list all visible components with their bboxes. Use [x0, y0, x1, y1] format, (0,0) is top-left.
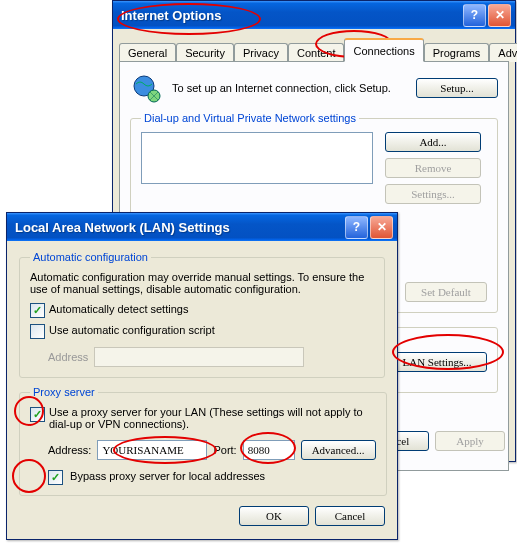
auto-detect-checkbox[interactable]: [30, 303, 45, 318]
close-icon[interactable]: ✕: [488, 4, 511, 27]
advanced-button[interactable]: Advanced...: [301, 440, 376, 460]
proxy-port-label: Port:: [213, 444, 236, 456]
tab-advanced[interactable]: Advanced: [489, 43, 517, 62]
tab-content[interactable]: Content: [288, 43, 345, 62]
bypass-label: Bypass proxy server for local addresses: [70, 470, 265, 482]
proxy-group: Proxy server Use a proxy server for your…: [19, 386, 387, 496]
tab-security[interactable]: Security: [176, 43, 234, 62]
script-address-label: Address: [48, 351, 88, 363]
use-proxy-checkbox[interactable]: [30, 407, 45, 422]
add-button[interactable]: Add...: [385, 132, 481, 152]
cancel-button[interactable]: Cancel: [315, 506, 385, 526]
auto-config-text: Automatic configuration may override man…: [30, 271, 374, 295]
connections-listbox[interactable]: [141, 132, 373, 184]
apply-button: Apply: [435, 431, 505, 451]
use-proxy-label: Use a proxy server for your LAN (These s…: [49, 406, 376, 430]
window-title: Local Area Network (LAN) Settings: [11, 220, 343, 235]
window-title: Internet Options: [117, 8, 461, 23]
auto-config-group: Automatic configuration Automatic config…: [19, 251, 385, 378]
globe-icon: [130, 72, 162, 104]
tab-strip: General Security Privacy Content Connect…: [113, 29, 515, 61]
auto-script-checkbox[interactable]: [30, 324, 45, 339]
tab-programs[interactable]: Programs: [424, 43, 490, 62]
help-icon[interactable]: ?: [345, 216, 368, 239]
lan-settings-button[interactable]: LAN Settings...: [387, 352, 487, 372]
auto-detect-label: Automatically detect settings: [49, 303, 188, 315]
tab-connections[interactable]: Connections: [344, 38, 423, 62]
setup-button[interactable]: Setup...: [416, 78, 498, 98]
auto-config-legend: Automatic configuration: [30, 251, 151, 263]
proxy-port-input[interactable]: [243, 440, 295, 460]
settings-button: Settings...: [385, 184, 481, 204]
remove-button: Remove: [385, 158, 481, 178]
ok-button[interactable]: OK: [239, 506, 309, 526]
script-address-input: [94, 347, 304, 367]
titlebar: Local Area Network (LAN) Settings ? ✕: [7, 213, 397, 241]
proxy-address-label: Address:: [48, 444, 91, 456]
close-icon[interactable]: ✕: [370, 216, 393, 239]
dialup-legend: Dial-up and Virtual Private Network sett…: [141, 112, 359, 124]
tab-privacy[interactable]: Privacy: [234, 43, 288, 62]
proxy-address-input[interactable]: [97, 440, 207, 460]
set-default-button: Set Default: [405, 282, 487, 302]
tab-general[interactable]: General: [119, 43, 176, 62]
titlebar: Internet Options ? ✕: [113, 1, 515, 29]
setup-description: To set up an Internet connection, click …: [172, 81, 406, 95]
help-icon[interactable]: ?: [463, 4, 486, 27]
bypass-checkbox[interactable]: [48, 470, 63, 485]
auto-script-label: Use automatic configuration script: [49, 324, 215, 336]
proxy-legend: Proxy server: [30, 386, 98, 398]
lan-settings-window: Local Area Network (LAN) Settings ? ✕ Au…: [6, 212, 398, 540]
